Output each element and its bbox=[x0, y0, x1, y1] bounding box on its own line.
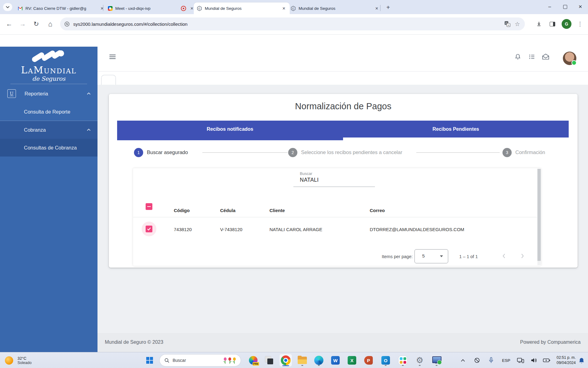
weather-temperature: 32°C bbox=[17, 356, 32, 361]
downloads-icon[interactable] bbox=[533, 18, 544, 29]
taskbar-outlook-app[interactable]: O bbox=[380, 354, 392, 366]
screen: RV: Caso Cierre DTW - gidler@g ✕ Meet - … bbox=[0, 0, 588, 368]
previous-page-button[interactable] bbox=[498, 250, 510, 261]
taskbar-chrome-app[interactable] bbox=[280, 354, 292, 366]
items-per-page-label: Items per page: bbox=[348, 254, 413, 259]
taskbar-settings-app[interactable]: ⚙ bbox=[414, 354, 426, 366]
check-icon bbox=[147, 227, 151, 231]
browser-tab-meet[interactable]: Meet - uxd-diqx-ivp ✕ bbox=[105, 2, 198, 14]
reload-button[interactable]: ↻ bbox=[31, 18, 42, 29]
taskbar-powerpoint-app[interactable]: P bbox=[362, 354, 375, 366]
page-size-select[interactable]: 5 bbox=[414, 249, 448, 263]
tab-title: RV: Caso Cierre DTW - gidler@g bbox=[25, 6, 86, 11]
step-1-circle[interactable]: 1 bbox=[134, 148, 143, 157]
start-button[interactable] bbox=[143, 354, 156, 366]
copilot-pre-badge: PRE bbox=[253, 362, 259, 366]
sidebar-item-cobranza[interactable]: Cobranza bbox=[0, 121, 97, 139]
search-input[interactable]: NATALI bbox=[300, 177, 319, 183]
task-list-button[interactable] bbox=[527, 52, 537, 62]
browser-profile-avatar[interactable]: G bbox=[562, 19, 571, 29]
sidebar-item-consulta-de-reporte[interactable]: Consulta de Reporte bbox=[0, 103, 97, 121]
column-header-correo: Correo bbox=[370, 208, 385, 213]
tray-show-hidden-icons[interactable] bbox=[458, 356, 468, 365]
site-settings-icon[interactable] bbox=[64, 21, 70, 27]
tab-recibos-pendientes[interactable]: Recibos Pendientes bbox=[343, 121, 569, 138]
close-tab-icon[interactable]: ✕ bbox=[99, 6, 105, 11]
back-button[interactable]: ← bbox=[4, 18, 15, 29]
crossed-circle-icon bbox=[474, 357, 480, 363]
copilot-icon: PRE bbox=[249, 356, 258, 365]
tray-volume-icon[interactable] bbox=[529, 356, 539, 365]
search-placeholder: Buscar bbox=[173, 358, 186, 363]
window-minimize-button[interactable]: – bbox=[542, 0, 557, 14]
mundial-site-icon: C bbox=[197, 6, 202, 11]
next-page-button[interactable] bbox=[517, 250, 528, 261]
sidebar-item-label: Consultas de Cobranza bbox=[24, 145, 77, 151]
normalizacion-card: Normalización de Pagos Recibos notificad… bbox=[109, 94, 578, 268]
cast-screen-icon bbox=[517, 357, 524, 363]
browser-tab-active[interactable]: C Mundial de Seguros ✕ bbox=[194, 2, 290, 14]
tray-cast-icon[interactable] bbox=[516, 356, 525, 365]
browser-tab-gmail[interactable]: RV: Caso Cierre DTW - gidler@g ✕ bbox=[15, 2, 108, 14]
sidebar-item-consultas-de-cobranza[interactable]: Consultas de Cobranza bbox=[0, 139, 97, 157]
select-all-checkbox[interactable] bbox=[146, 203, 152, 210]
tab-search-button[interactable] bbox=[3, 3, 12, 11]
sidebar-item-reporteria[interactable]: U Reporteria bbox=[0, 85, 97, 103]
taskbar-word-app[interactable]: W bbox=[329, 354, 342, 366]
taskbar-edge-app[interactable] bbox=[313, 354, 325, 366]
tray-microphone-icon[interactable] bbox=[487, 356, 496, 365]
weather-widget[interactable]: 32°C Soleado bbox=[5, 354, 32, 366]
close-tab-icon[interactable]: ✕ bbox=[374, 6, 380, 11]
gear-icon: ⚙ bbox=[416, 356, 423, 365]
step-3-circle[interactable]: 3 bbox=[502, 148, 512, 157]
side-panel-icon[interactable] bbox=[547, 18, 558, 29]
address-bar[interactable]: sys2000.lamundialdeseguros.com/#/collect… bbox=[60, 17, 525, 30]
step-2-label[interactable]: Seleccione los recibos pendientes a canc… bbox=[301, 149, 402, 155]
chevron-left-icon bbox=[501, 253, 507, 259]
window-close-button[interactable]: ✕ bbox=[573, 0, 588, 14]
tray-blocked-icon[interactable] bbox=[472, 356, 482, 365]
messages-button[interactable] bbox=[540, 52, 551, 62]
tray-clock[interactable]: 02:51 p. m. 09/04/2024 bbox=[550, 355, 576, 366]
home-button[interactable]: ⌂ bbox=[45, 18, 56, 29]
excel-icon: X bbox=[348, 356, 356, 365]
taskbar-remote-desktop-app[interactable] bbox=[430, 354, 443, 366]
taskbar-excel-app[interactable]: X bbox=[346, 354, 358, 366]
close-tab-icon[interactable]: ✕ bbox=[281, 6, 287, 11]
translate-icon[interactable]: G A bbox=[504, 21, 510, 27]
user-avatar[interactable] bbox=[563, 52, 576, 65]
step-3-label[interactable]: Confirmación bbox=[515, 149, 545, 155]
notifications-button[interactable] bbox=[513, 52, 523, 62]
running-indicator bbox=[318, 365, 320, 366]
word-icon: W bbox=[331, 356, 340, 365]
browser-tab-mundial-2[interactable]: C Mundial de Seguros ✕ bbox=[288, 2, 383, 14]
taskbar-copilot-app[interactable]: PRE bbox=[247, 354, 259, 366]
panel-scrollbar[interactable] bbox=[537, 169, 541, 265]
tray-notifications-button[interactable] bbox=[577, 357, 586, 365]
taskbar-desktops-app[interactable] bbox=[263, 354, 275, 366]
menu-toggle-button[interactable] bbox=[107, 52, 118, 62]
weather-condition: Soleado bbox=[17, 361, 32, 365]
url-text[interactable]: sys2000.lamundialdeseguros.com/#/collect… bbox=[73, 21, 504, 27]
sidebar-item-label: Reporteria bbox=[25, 91, 48, 97]
tray-language-indicator[interactable]: ESP bbox=[501, 356, 512, 365]
tab-title: Meet - uxd-diqx-ivp bbox=[115, 6, 151, 11]
tab-separator bbox=[103, 5, 103, 11]
main-content: Normalización de Pagos Recibos notificad… bbox=[97, 85, 588, 333]
step-1-label[interactable]: Buscar asegurado bbox=[147, 149, 188, 155]
taskbar-slack-app[interactable] bbox=[397, 354, 409, 366]
outlook-icon: O bbox=[381, 356, 390, 365]
step-2-circle[interactable]: 2 bbox=[288, 148, 297, 157]
forward-button[interactable]: → bbox=[17, 18, 28, 29]
new-tab-button[interactable]: + bbox=[384, 3, 392, 12]
browser-menu-icon[interactable]: ⋮ bbox=[575, 18, 586, 29]
row-checkbox[interactable] bbox=[146, 226, 152, 232]
tab-title: Mundial de Seguros bbox=[205, 6, 242, 11]
window-maximize-button[interactable] bbox=[557, 0, 573, 14]
scrollbar-thumb[interactable] bbox=[537, 169, 541, 261]
app-footer: Mundial de Seguro © 2023 Powered by Comp… bbox=[97, 333, 588, 352]
bookmark-star-icon[interactable]: ☆ bbox=[515, 21, 520, 28]
tab-recibos-notificados[interactable]: Recibos notificados bbox=[117, 121, 343, 138]
taskbar-file-explorer-app[interactable] bbox=[296, 354, 308, 366]
taskbar-search-box[interactable]: Buscar bbox=[159, 354, 241, 366]
